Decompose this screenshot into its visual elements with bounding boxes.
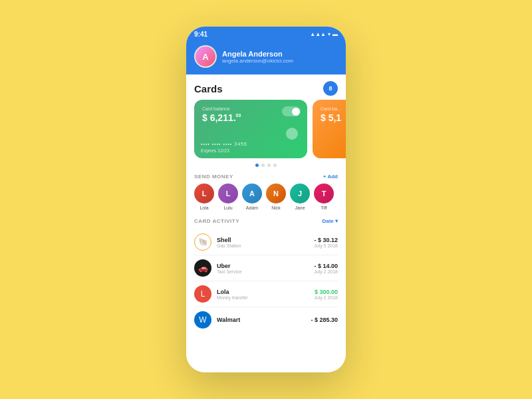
tx-info: Lola Money transfer [217, 289, 309, 300]
contacts-row: L Lola L Lulu A Adam N Nick J Jane [186, 184, 346, 217]
transaction-row[interactable]: 🐚 Shell Gas Station - $ 30.12 July 5 201… [186, 229, 346, 255]
date-filter[interactable]: Date ▾ [322, 218, 338, 224]
transaction-row[interactable]: 🚗 Uber Taxi Service - $ 14.00 July 2 201… [186, 255, 346, 281]
battery-icon: ▬ [332, 31, 338, 37]
contact-avatar: T [314, 184, 334, 203]
tx-icon-uber: 🚗 [194, 259, 211, 277]
tx-sub: Gas Station [217, 243, 309, 248]
tx-icon-lola: L [194, 285, 211, 303]
cards-title: Cards [194, 83, 223, 94]
tx-sub: Money transfer [217, 295, 309, 300]
contact-avatar: L [194, 184, 214, 203]
card-balance-amount-2: $ 5,1 [321, 112, 344, 123]
phone-frame: 9:41 ▲▲▲ ▾ ▬ A Angela Anderson angela.an… [186, 27, 346, 372]
header-info: Angela Anderson angela.anderson@okicici.… [222, 50, 293, 64]
tx-amount: - $ 30.12 [314, 237, 338, 243]
contact-adam[interactable]: A Adam [242, 184, 262, 210]
contact-name: Tiff [321, 205, 327, 210]
signal-icon: ▲▲▲ [310, 31, 326, 37]
tx-info: Walmart [217, 317, 305, 323]
contact-avatar: L [218, 184, 238, 203]
tx-name: Uber [217, 263, 309, 269]
card-toggle[interactable] [282, 106, 301, 116]
card-chip [286, 128, 298, 140]
activity-header: CARD ACTIVITY Date ▾ [186, 217, 346, 229]
tx-name: Walmart [217, 317, 305, 323]
header: A Angela Anderson angela.anderson@okicic… [186, 41, 346, 74]
tx-right: - $ 14.00 July 2 2018 [314, 263, 338, 274]
tx-date: July 2 2018 [314, 295, 338, 300]
header-email: angela.anderson@okicici.com [222, 58, 293, 64]
credit-card-orange[interactable]: Card ba... $ 5,1 [313, 100, 346, 158]
tx-amount: - $ 14.00 [314, 263, 338, 269]
contact-avatar: J [290, 184, 310, 203]
contact-name: Adam [246, 205, 258, 210]
tx-date: July 5 2018 [314, 243, 338, 248]
content-area: Cards 8 Card balance $ 6,211.00 •••• •••… [186, 74, 346, 372]
dot-2 [261, 164, 265, 167]
header-name: Angela Anderson [222, 50, 293, 58]
contact-lola[interactable]: L Lola [194, 184, 214, 210]
dot-4 [273, 164, 277, 167]
send-money-label: SEND MONEY [194, 174, 233, 180]
contact-avatar: A [242, 184, 262, 203]
status-icons: ▲▲▲ ▾ ▬ [310, 31, 338, 37]
contact-lulu[interactable]: L Lulu [218, 184, 238, 210]
contact-name: Nick [271, 205, 281, 210]
tx-right: - $ 30.12 July 5 2018 [314, 237, 338, 248]
avatar-initial: A [202, 52, 208, 62]
transactions-list: 🐚 Shell Gas Station - $ 30.12 July 5 201… [186, 229, 346, 332]
contact-avatar: N [266, 184, 286, 203]
cards-badge[interactable]: 8 [323, 81, 338, 96]
tx-amount: $ 300.00 [315, 289, 338, 295]
contact-name: Jane [295, 205, 305, 210]
tx-amount: - $ 285.30 [311, 317, 338, 323]
contact-tiff[interactable]: T Tiff [314, 184, 334, 210]
contact-jane[interactable]: J Jane [290, 184, 310, 210]
tx-icon-shell: 🐚 [194, 233, 211, 251]
status-time: 9:41 [194, 31, 207, 38]
tx-info: Uber Taxi Service [217, 263, 309, 274]
cards-section-header: Cards 8 [186, 74, 346, 100]
tx-date: July 2 2018 [314, 269, 338, 274]
activity-label: CARD ACTIVITY [194, 218, 239, 224]
carousel-dots [186, 158, 346, 171]
credit-card-green[interactable]: Card balance $ 6,211.00 •••• •••• •••• 3… [194, 100, 307, 158]
contact-name: Lulu [223, 205, 232, 210]
tx-icon-walmart: W [194, 311, 211, 329]
card-number: •••• •••• •••• 3456 [201, 142, 247, 146]
tx-sub: Taxi Service [217, 269, 309, 274]
card-balance-label-2: Card ba... [321, 106, 344, 111]
dot-1 [255, 164, 259, 167]
tx-right: - $ 285.30 [311, 317, 338, 323]
status-bar: 9:41 ▲▲▲ ▾ ▬ [186, 27, 346, 41]
send-money-header: SEND MONEY + Add [186, 171, 346, 184]
transaction-row[interactable]: W Walmart - $ 285.30 [186, 307, 346, 332]
tx-name: Lola [217, 289, 309, 295]
contact-name: Lola [200, 205, 208, 210]
tx-right: $ 300.00 July 2 2018 [314, 289, 338, 300]
contact-nick[interactable]: N Nick [266, 184, 286, 210]
add-contact-link[interactable]: + Add [323, 174, 338, 180]
card-carousel[interactable]: Card balance $ 6,211.00 •••• •••• •••• 3… [186, 100, 346, 158]
wifi-icon: ▾ [328, 31, 331, 37]
tx-name: Shell [217, 237, 309, 243]
avatar: A [194, 45, 217, 68]
transaction-row[interactable]: L Lola Money transfer $ 300.00 July 2 20… [186, 281, 346, 307]
dot-3 [267, 164, 271, 167]
tx-info: Shell Gas Station [217, 237, 309, 248]
card-expiry: Expires 12/23 [201, 148, 229, 153]
